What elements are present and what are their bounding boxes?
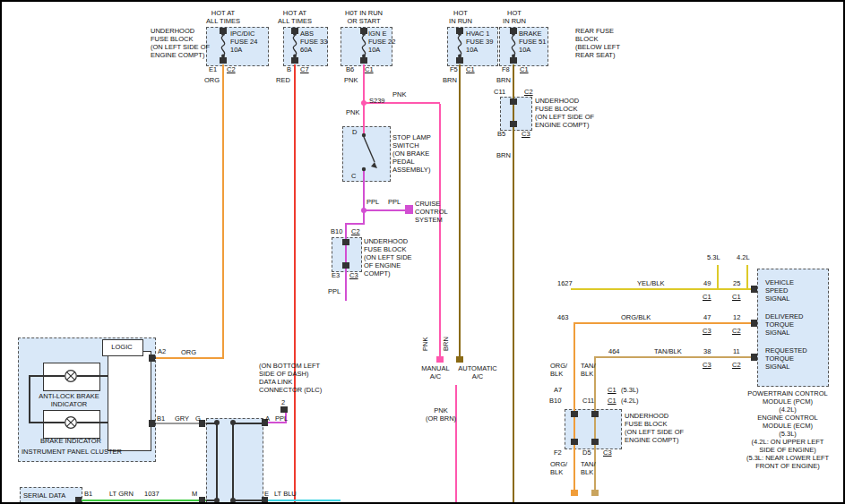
cluster-wire-abs-right <box>77 375 108 377</box>
fuse-symbol-hvac1 <box>454 30 465 60</box>
terminal-label-b10: B10 <box>549 397 561 405</box>
connector-label-c2: C2 <box>227 65 236 73</box>
fuse-label-abs: ABS FUSE 33 60A <box>300 30 327 54</box>
terminal-label-b1: B1 <box>84 490 92 498</box>
engine-note-42: (4.2L) <box>621 397 639 405</box>
connector-arrow-icon <box>591 439 599 445</box>
feed-arrow-icon <box>510 28 517 34</box>
splice-label-s239: S239 <box>369 97 385 105</box>
wire-label-brn: BRN <box>496 76 511 84</box>
wire-label-tan-blk: TAN/BLK <box>654 347 682 355</box>
engine-note-53: (5.3L) <box>621 386 639 394</box>
connector-arrow-icon <box>591 411 599 417</box>
cruise-control-arrow-icon <box>405 205 413 214</box>
brake-indicator-label: BRAKE INDICATOR <box>22 437 120 445</box>
terminal-m-arrow-icon <box>199 497 205 504</box>
junction-bus-bar-1 <box>216 422 218 504</box>
fuse-symbol-abs <box>289 30 300 60</box>
connector-label-c1: C1 <box>703 293 711 301</box>
ppl-wire-cruise-branch <box>363 209 406 211</box>
brake-indicator-lamp-icon <box>64 415 78 430</box>
wire-label-org-blk-v: ORG/ BLK <box>550 460 567 476</box>
brn-to-auto-ac-arrow-icon <box>456 356 463 363</box>
terminal-label-c11: C11 <box>582 397 594 405</box>
pcm-signal-dts: DELIVERED TORQUE SIGNAL <box>765 312 804 337</box>
pcm-signal-vss: VEHICLE SPEED SIGNAL <box>765 278 794 303</box>
yel-blk-stub-42 <box>746 265 748 290</box>
junction-dot-e <box>230 498 236 503</box>
underhood-fuse-block-label: UNDERHOOD FUSE BLOCK (ON LEFT SIDE OF EN… <box>364 237 412 278</box>
org-wire-vertical <box>222 64 224 359</box>
wire-label-ppl: PPL <box>328 287 341 295</box>
terminal-label-c: C <box>351 172 356 180</box>
org-blk-continues-arrow-icon <box>571 490 578 496</box>
feed-arrow-icon <box>220 28 227 34</box>
pcm-entry-arrow-icon <box>751 320 757 327</box>
wire-label-red: RED <box>276 76 290 84</box>
abs-indicator-lamp-icon <box>64 369 78 383</box>
org-wire-horizontal <box>155 357 224 359</box>
wire-label-gry: GRY <box>175 414 189 423</box>
connector-label-c1: C1 <box>520 65 529 73</box>
terminal-label-g: G <box>195 414 201 423</box>
pnk-wire-to-ac <box>439 104 441 358</box>
connector-label-c1: C1 <box>466 65 475 73</box>
wire-label-ppl: PPL <box>275 414 288 423</box>
feed-label: HOT AT ALL TIMES <box>200 9 246 25</box>
connector-arrow-icon <box>510 121 517 127</box>
tan-blk-wire-horizontal <box>594 356 753 358</box>
wire-label-org-blk-v: ORG/ BLK <box>550 362 567 378</box>
terminal-label-d: D <box>352 128 357 136</box>
wire-label-pnk: PNK <box>392 90 406 98</box>
junction-dot-g <box>214 420 220 425</box>
pnk-to-manual-ac-arrow-icon <box>436 356 444 363</box>
pin-label-25: 25 <box>733 279 740 287</box>
wire-label-pnk-or-brn: PNK (OR BRN) <box>425 406 457 423</box>
fuse-exit-arrow-icon <box>456 57 463 64</box>
red-wire-vertical <box>294 64 296 504</box>
fuse-exit-arrow-icon <box>360 57 367 64</box>
brn-wire-brake-fuse <box>513 64 514 504</box>
wire-label-ppl: PPL <box>388 198 401 206</box>
connector-label-c2: C2 <box>351 227 360 235</box>
circuit-number-1627: 1627 <box>557 279 573 287</box>
wire-label-tan-blk-v: TAN/ BLK <box>581 362 596 378</box>
fuse-symbol-ipc-dic <box>218 30 228 60</box>
connector-arrow-icon <box>342 262 349 269</box>
cruise-control-label: CRUISE CONTROL SYSTEM <box>415 200 448 224</box>
terminal-label-b1: B1 <box>157 414 165 423</box>
ppl-wire-switch-out <box>363 171 365 225</box>
serial-data-label: SERIAL DATA <box>23 491 65 500</box>
terminal-label-d5: D5 <box>582 448 591 457</box>
feed-label: HOT IN RUN <box>441 9 480 25</box>
abs-indicator-label: ANTI-LOCK BRAKE INDICATOR <box>19 392 119 408</box>
connector-label-c2: C2 <box>732 327 741 335</box>
lt-grn-wire <box>81 500 206 501</box>
feed-label: H0T IN RUN OR START <box>340 9 388 25</box>
junction-bus-bar-2 <box>232 422 234 504</box>
circuit-number-1037: 1037 <box>144 490 160 498</box>
splice-s239-dot <box>361 100 366 106</box>
pcm-signal-rts: REQUESTED TORQUE SIGNAL <box>765 346 807 371</box>
wire-label-org: ORG <box>181 348 196 356</box>
yel-blk-wire <box>571 288 753 290</box>
terminal-label-c11: C11 <box>494 88 505 96</box>
cluster-wire-abs-left <box>29 375 65 377</box>
junction-dot-a <box>230 420 236 425</box>
org-blk-wire-horizontal <box>573 322 753 324</box>
connector-label-c3: C3 <box>349 271 358 279</box>
ppl-junction-dot <box>361 208 366 213</box>
wire-label-pnk: PNK <box>346 108 359 116</box>
junction-dot-m <box>214 498 220 503</box>
feed-arrow-icon <box>360 28 367 34</box>
wire-label-lt-blu: LT BLU <box>274 490 297 498</box>
pin-label-12: 12 <box>733 313 740 321</box>
yel-blk-stub-53 <box>717 265 719 290</box>
fuse-label-ign-e: IGN E FUSE 22 10A <box>368 30 395 54</box>
circuit-number-463: 463 <box>557 313 569 321</box>
circuit-number-464: 464 <box>608 347 620 355</box>
wire-label-pnk-vertical: PNK <box>421 337 429 351</box>
terminal-label-b10: B10 <box>331 227 342 235</box>
terminal-label-a2: A2 <box>158 347 166 355</box>
feed-label: HOT IN RUN <box>495 9 534 25</box>
